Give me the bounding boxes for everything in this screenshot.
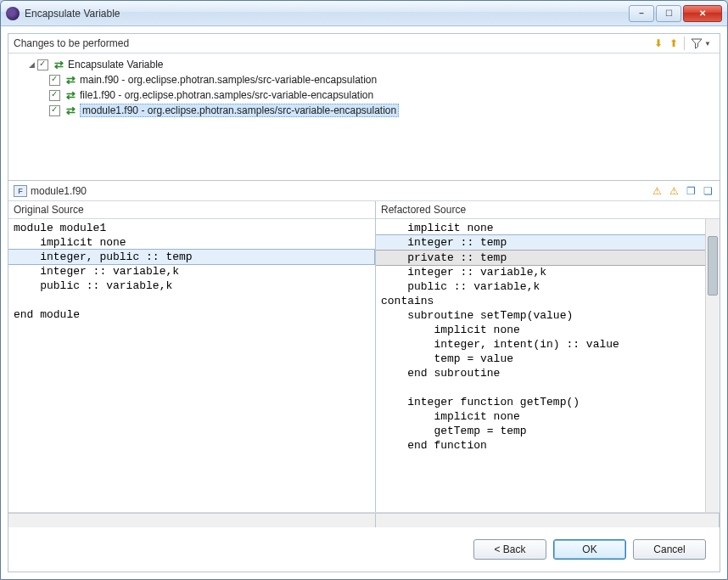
change-file-icon: ⇄ [64,88,77,102]
horizontal-scrollbars [8,513,720,527]
button-bar: < Back OK Cancel [8,527,720,572]
file-band: F module1.f90 ⚠ ⚠ ❐ ❏ [8,181,720,201]
change-file-icon: ⇄ [64,73,77,87]
tree-root-label: Encapsulate Variable [68,59,164,70]
window-title: Encapsulate Variable [25,8,629,20]
minimize-button[interactable] [629,5,654,22]
vertical-scrollbar[interactable] [705,219,720,512]
tree-item[interactable]: ⇄ file1.f90 - org.eclipse.photran.sample… [10,87,718,103]
client-area: Changes to be performed ⬇ ⬆ ▼ ◢ ⇄ Encaps… [8,33,720,572]
original-source-code[interactable]: module module1 implicit none integer, pu… [8,219,375,512]
changes-header: Changes to be performed ⬇ ⬆ ▼ [8,34,720,53]
checkbox[interactable] [49,105,60,116]
scrollbar-thumb[interactable] [708,236,718,296]
checkbox[interactable] [37,59,48,70]
ok-button[interactable]: OK [553,539,626,560]
original-pane: Original Source module module1 implicit … [8,201,376,512]
prev-diff-icon[interactable]: ⚠ [667,184,680,198]
checkbox[interactable] [49,90,60,101]
maximize-button[interactable] [656,5,681,22]
back-button[interactable]: < Back [473,539,546,560]
copy-left-icon[interactable]: ❐ [684,184,697,198]
filter-dropdown-icon[interactable]: ▼ [701,37,714,50]
hscroll-left[interactable] [8,513,376,527]
dialog-window: Encapsulate Variable Changes to be perfo… [0,0,728,580]
tree-item[interactable]: ⇄ main.f90 - org.eclipse.photran.samples… [10,72,718,87]
eclipse-icon [6,7,20,20]
checkbox[interactable] [49,75,60,86]
cancel-button[interactable]: Cancel [633,539,706,560]
refactored-pane: Refactored Source implicit none integer … [376,201,720,512]
compare-viewer: Original Source module module1 implicit … [8,201,720,513]
next-change-icon[interactable]: ⬇ [652,37,665,50]
hscroll-right[interactable] [376,513,720,527]
change-composite-icon: ⇄ [52,58,65,71]
change-file-icon: ⇄ [64,104,77,117]
toolbar-separator [684,37,685,50]
original-header: Original Source [8,201,375,219]
refactored-header: Refactored Source [376,201,720,219]
tree-item-label: module1.f90 - org.eclipse.photran.sample… [80,104,399,117]
changes-title: Changes to be performed [14,37,650,49]
next-diff-icon[interactable]: ⚠ [650,184,664,198]
copy-right-icon[interactable]: ❏ [701,184,714,198]
titlebar[interactable]: Encapsulate Variable [1,1,727,26]
collapse-icon[interactable]: ◢ [25,59,37,70]
close-button[interactable] [683,5,722,22]
tree-item[interactable]: ⇄ module1.f90 - org.eclipse.photran.samp… [10,103,718,118]
current-file-label: module1.f90 [31,185,647,197]
prev-change-icon[interactable]: ⬆ [667,37,680,50]
fortran-file-icon: F [14,185,27,197]
tree-root-row[interactable]: ◢ ⇄ Encapsulate Variable [10,57,718,72]
tree-item-label: main.f90 - org.eclipse.photran.samples/s… [80,74,377,86]
refactored-source-code[interactable]: implicit none integer :: temp private ::… [376,219,705,512]
tree-item-label: file1.f90 - org.eclipse.photran.samples/… [80,89,373,101]
changes-tree[interactable]: ◢ ⇄ Encapsulate Variable ⇄ main.f90 - or… [8,53,720,181]
